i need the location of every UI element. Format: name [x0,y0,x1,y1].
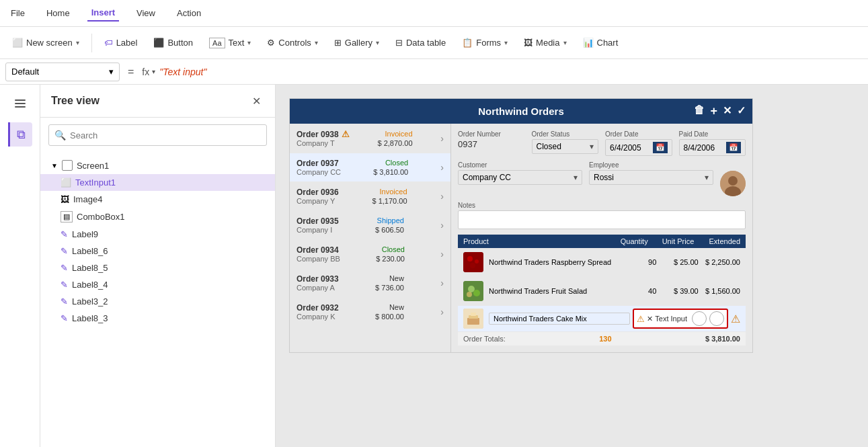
menu-action[interactable]: Action [173,5,205,21]
nw-field-label-customer: Customer [458,161,582,169]
tree-item-label8-5[interactable]: ✎ Label8_5 [40,259,275,276]
nw-add-button[interactable]: + [710,104,717,118]
label-button[interactable]: 🏷 Label [97,34,145,51]
nw-delete-button[interactable]: 🗑 [694,104,705,118]
menu-home[interactable]: Home [42,5,74,21]
media-button[interactable]: 🖼 Media ▾ [517,34,573,51]
footer-total: $ 3,810.00 [705,335,740,343]
tree-item-label8-3[interactable]: ✎ Label8_3 [40,310,275,327]
nw-arrow-0935: › [440,220,444,231]
tree-item-label-label8-4: Label8_4 [72,280,108,290]
nw-list-item-0938[interactable]: Order 0938 ⚠ Company T Invoiced $ 2,870.… [290,124,450,153]
menu-view[interactable]: View [132,5,159,21]
nw-field-customer: Customer Company CC ▾ [458,161,582,196]
sidebar-layers[interactable]: ⧉ [8,122,32,147]
datatable-button[interactable]: ⊟ Data table [389,34,452,51]
nw-list-company-0938: Company T [297,139,350,147]
nw-list-order-0938: Order 0938 ⚠ [297,129,350,139]
nw-employee-dropdown[interactable]: Rossi ▾ [589,170,713,185]
nw-table-footer: Order Totals: 130 $ 3,810.00 [458,332,746,346]
formula-dropdown-caret: ▾ [109,67,114,77]
svg-point-4 [467,256,473,261]
formula-dropdown[interactable]: Default ▾ [5,63,120,81]
nw-title: Northwind Orders [478,106,564,117]
label8-4-icon: ✎ [61,280,68,290]
media-caret: ▾ [563,39,567,46]
table-row-1: Northwind Traders Fruit Salad 40 $ 39.00… [458,277,746,306]
sidebar-hamburger[interactable] [8,91,32,116]
nw-paid-date-input[interactable]: 8/4/2006 📅 [679,139,746,156]
product-qty-1: 40 [615,287,656,295]
nw-list-order-0935: Order 0935 [297,216,339,226]
tree-close-button[interactable]: ✕ [248,93,264,109]
product-row-2-content: Northwind Traders Cake Mix ⚠ ✕ Text Inpu… [489,309,740,329]
svg-rect-3 [463,252,483,272]
svg-point-6 [470,263,475,268]
nw-list-item-0932[interactable]: Order 0932 Company K New $ 800.00 › [290,298,450,327]
nw-list-left-0938: Order 0938 ⚠ Company T [297,129,350,147]
nw-list-right-0937: Closed $ 3,810.00 [373,159,408,176]
nw-list-item-0933[interactable]: Order 0933 Company A New $ 736.00 › [290,269,450,298]
product-ext-0: $ 2,250.00 [699,258,740,266]
new-screen-button[interactable]: ⬜ New screen ▾ [5,34,86,51]
tree-item-textinput1[interactable]: ⬜ TextInput1 [40,174,275,191]
tree-item-label8-6[interactable]: ✎ Label8_6 [40,243,275,259]
edit-circle-2[interactable] [709,311,724,326]
nw-list-company-0932: Company K [297,313,339,321]
nw-list-order-0936: Order 0936 [297,188,339,197]
dropdown-caret-customer: ▾ [574,173,578,182]
product-img-0 [463,252,483,272]
tree-search[interactable]: 🔍 [48,124,267,146]
nw-detail: Order Number 0937 Order Status Closed ▾ … [451,124,752,352]
gallery-button[interactable]: ⊞ Gallery ▾ [327,34,386,51]
nw-order-date-input[interactable]: 6/4/2005 📅 [605,139,672,156]
nw-customer-dropdown[interactable]: Company CC ▾ [458,170,582,185]
formula-eq-symbol: = [124,66,138,78]
text-button[interactable]: Aa Text ▾ [202,34,258,52]
tree-item-label8-4[interactable]: ✎ Label8_4 [40,276,275,293]
nw-list-left-0933: Order 0933 Company A [297,274,339,292]
chart-button[interactable]: 📊 Chart [576,34,625,51]
controls-button[interactable]: ⚙ Controls ▾ [260,34,324,51]
nw-list-status-0932: New [389,303,404,311]
nw-list-right-0935: Shipped $ 606.50 [375,216,404,234]
forms-button[interactable]: 📋 Forms ▾ [455,34,514,51]
tree-item-screen1[interactable]: ▼ Screen1 [40,157,275,174]
text-input-label: ✕ Text Input [647,315,687,323]
nw-close-button[interactable]: ✕ [723,104,732,118]
text-input-overlay: ⚠ ✕ Text Input [633,309,728,329]
table-row-2: Northwind Traders Cake Mix ⚠ ✕ Text Inpu… [458,306,746,332]
tree-item-label-label8-5: Label8_5 [72,263,108,273]
nw-header-actions: 🗑 + ✕ ✓ [694,104,746,118]
nw-list-item-0937[interactable]: Order 0937 Company CC Closed $ 3,810.00 … [290,153,450,182]
svg-point-9 [473,290,480,296]
svg-rect-14 [471,313,476,316]
tree-item-label-combobox1: ComboBox1 [77,212,125,222]
tree-item-combobox1[interactable]: ▤ ComboBox1 [40,208,275,226]
search-input[interactable] [70,130,261,140]
nw-order-status-dropdown[interactable]: Closed ▾ [532,139,599,154]
tree-item-image4[interactable]: 🖼 Image4 [40,191,275,208]
nw-list-item-0935[interactable]: Order 0935 Company I Shipped $ 606.50 › [290,211,450,240]
nw-notes-input[interactable] [458,210,746,229]
nw-list-amount-0936: $ 1,170.00 [372,197,407,205]
product-img-1 [463,281,483,301]
nw-list-right-0938: Invoiced $ 2,870.00 [378,130,413,147]
calendar-icon-paid-date: 📅 [726,142,741,153]
nw-employee-avatar [720,171,746,196]
nw-list-status-0936: Invoiced [380,188,407,196]
edit-circle-1[interactable] [692,311,707,326]
fx-label: fx [142,67,149,77]
menu-file[interactable]: File [7,5,29,21]
nw-list-item-0936[interactable]: Order 0936 Company Y Invoiced $ 1,170.00… [290,182,450,211]
menu-insert[interactable]: Insert [87,5,119,22]
button-button[interactable]: ⬛ Button [147,34,200,51]
product-name-input-2[interactable]: Northwind Traders Cake Mix [489,313,630,325]
product-name-1: Northwind Traders Fruit Salad [489,287,615,295]
nw-check-button[interactable]: ✓ [737,104,746,118]
nw-list-company-0936: Company Y [297,197,339,205]
tree-item-label3-2[interactable]: ✎ Label3_2 [40,293,275,310]
nw-field-label-notes: Notes [458,202,746,209]
nw-list-item-0934[interactable]: Order 0934 Company BB Closed $ 230.00 › [290,240,450,269]
tree-item-label9[interactable]: ✎ Label9 [40,226,275,243]
